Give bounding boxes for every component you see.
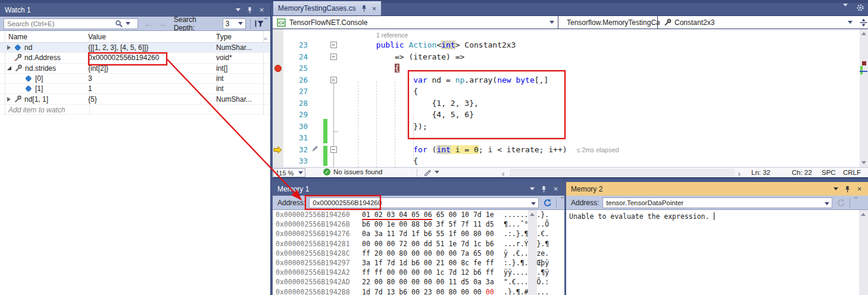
code-text[interactable]: }); (339, 122, 427, 131)
scroll-up-icon[interactable] (530, 213, 535, 216)
code-line[interactable]: 23− public Action<int> Constant2x3 (273, 39, 868, 51)
watch-row[interactable]: nd{[[1, 2, 3], [4, 5, 6]]}NumShar... (0, 43, 270, 53)
line-outline-margin[interactable]: − (328, 77, 339, 83)
address-input[interactable] (603, 199, 822, 206)
line-outline-margin[interactable]: − (328, 54, 339, 60)
refresh-icon[interactable] (542, 198, 552, 208)
code-line[interactable]: 29 {4, 5, 6} (273, 109, 868, 121)
expander-collapsed-icon[interactable] (7, 45, 11, 50)
code-text[interactable]: { (339, 87, 418, 96)
project-dropdown[interactable]: C# TensorFlowNET.Console (273, 16, 558, 29)
hscroll-right-icon[interactable] (738, 171, 741, 178)
tab-pin-icon[interactable] (361, 5, 367, 12)
close-icon[interactable]: × (551, 184, 561, 193)
add-watch-item-row[interactable]: Add item to watch (0, 105, 270, 115)
tab-close-icon[interactable]: × (372, 4, 377, 13)
column-header-value[interactable]: Value (85, 31, 213, 42)
watch-search-box[interactable] (4, 18, 138, 29)
window-position-icon[interactable] (830, 184, 841, 193)
tab-list-chevron-icon[interactable] (843, 4, 848, 7)
code-line[interactable]: 30 }); (273, 121, 868, 133)
member-dropdown[interactable]: Constant2x3 (660, 16, 856, 29)
address-chevron-icon[interactable] (531, 202, 536, 205)
memory-bytes[interactable]: ff ff 00 00 00 00 1c 7d 12 b6 ff (362, 268, 499, 277)
watch-value-cell[interactable]: 3 (85, 74, 213, 83)
class-dropdown[interactable]: Tensorflow.MemoryTestingCases (560, 16, 658, 29)
line-breakpoint-margin[interactable] (273, 155, 283, 167)
code-cleanup-button[interactable] (424, 168, 439, 176)
line-breakpoint-margin[interactable] (273, 86, 283, 98)
pin-icon[interactable] (842, 184, 853, 193)
code-text[interactable]: {1, 2, 3}, (339, 99, 479, 108)
code-line[interactable]: 31 (273, 132, 868, 144)
toolbar-overflow-icon[interactable]: '' (854, 196, 858, 203)
fold-collapse-box[interactable]: − (330, 54, 337, 60)
code-line[interactable]: 26− var nd = np.array(new byte[,] (273, 74, 868, 86)
column-header-type[interactable]: Type (213, 31, 258, 42)
watch-value-cell[interactable]: 1 (85, 84, 213, 93)
breakpoint-icon[interactable] (274, 65, 282, 72)
close-icon[interactable]: × (854, 184, 864, 193)
code-line[interactable]: 24− => (iterate) => (273, 51, 868, 63)
line-breakpoint-margin[interactable] (273, 74, 283, 86)
memory2-titlebar[interactable]: Memory 2 × (566, 182, 868, 196)
memory-bytes[interactable]: b6 00 1e 00 88 b0 3f 5f 7f 11 d5 (362, 220, 499, 228)
memory-bytes[interactable]: 22 00 80 00 00 00 00 11 d5 0a 3a (362, 278, 499, 286)
pin-icon[interactable] (539, 184, 549, 193)
line-breakpoint-margin[interactable] (273, 39, 283, 51)
memory-row[interactable]: 0x000002556B1942760a 3a 11 7d 1f b6 55 1… (273, 229, 564, 238)
line-breakpoint-margin[interactable] (273, 51, 283, 63)
fold-collapse-box[interactable]: − (330, 77, 337, 83)
search-icon[interactable] (115, 20, 123, 28)
memory2-view[interactable]: Unable to evaluate the expression. (566, 210, 868, 295)
code-line[interactable]: 28 {1, 2, 3}, (273, 98, 868, 109)
memory-bytes[interactable]: 1d 7d 13 b6 00 23 00 80 00 00 00 (362, 288, 499, 295)
memory-row[interactable]: 0x000002556B1942973a 1f 7d 1d b6 00 21 0… (273, 258, 564, 268)
code-text[interactable]: { (339, 156, 418, 165)
memory1-hex-view[interactable]: 0x000002556B19426001 02 03 04 05 06 65 0… (273, 210, 564, 295)
line-breakpoint-margin[interactable] (273, 144, 283, 156)
memory1-titlebar[interactable]: Memory 1 × (273, 182, 564, 196)
editor-vertical-scrollbar[interactable] (860, 29, 868, 167)
column-header-name[interactable]: Name (0, 31, 85, 42)
document-tab[interactable]: MemoryTestingCases.cs × (273, 1, 381, 15)
watch-titlebar[interactable]: Watch 1 × (0, 3, 270, 17)
code-text[interactable]: => (iterate) => (339, 52, 464, 61)
search-input[interactable] (4, 20, 115, 27)
gear-icon[interactable] (856, 4, 864, 12)
split-window-icon[interactable] (860, 18, 867, 27)
address-input[interactable] (310, 199, 529, 206)
code-line[interactable]: 33 { (273, 155, 868, 167)
memory-row[interactable]: 0x000002556B19426Bb6 00 1e 00 88 b0 3f 5… (273, 219, 564, 229)
watch-value-cell[interactable]: {int[2]} (85, 64, 213, 73)
memory-row[interactable]: 0x000002556B1942B81d 7d 13 b6 00 23 00 8… (273, 287, 564, 295)
scroll-down-icon[interactable] (861, 161, 866, 164)
memory-bytes[interactable]: 3a 1f 7d 1d b6 00 21 00 8c fe ff (362, 259, 499, 267)
health-indicator[interactable]: ✓ No issues found (323, 168, 382, 175)
hscroll-left-icon[interactable] (501, 171, 504, 178)
memory-bytes[interactable]: 00 00 00 72 00 dd 51 1e 7d 1c b6 (362, 240, 499, 248)
horizontal-scrollbar[interactable] (510, 169, 735, 177)
address-combo[interactable] (602, 197, 832, 208)
memory-bytes[interactable]: 01 02 03 04 05 06 65 00 10 7d 1e (362, 211, 499, 219)
watch-row[interactable]: [0]3int (0, 74, 270, 84)
line-outline-margin[interactable]: − (328, 42, 339, 48)
toolbar-overflow-icon[interactable]: '' (264, 17, 268, 24)
search-forward-icon[interactable]: → (158, 20, 167, 28)
code-text[interactable]: for (int i = 0; i < iterate; i++) ≤ 2ms … (339, 145, 619, 154)
line-outline-margin[interactable]: − (328, 146, 339, 153)
search-options-chevron-icon[interactable] (126, 22, 130, 25)
code-text[interactable]: public Action<int> Constant2x3 (339, 40, 516, 49)
watch-row[interactable]: nd.strides{int[2]}int[] (0, 64, 270, 74)
line-breakpoint-margin[interactable] (273, 121, 283, 133)
toolbar-overflow-icon[interactable]: '' (561, 196, 564, 203)
watch-row[interactable]: nd.Address0x000002556b194260void* (0, 53, 270, 63)
address-combo[interactable] (309, 197, 539, 208)
codelens-references[interactable]: 1 reference (376, 29, 408, 39)
memory1-scrollbar[interactable] (528, 210, 537, 295)
line-breakpoint-margin[interactable] (273, 62, 283, 74)
watch-row[interactable]: [1]1int (0, 84, 270, 94)
line-breakpoint-margin[interactable] (273, 109, 283, 121)
code-line[interactable]: 25 { (273, 62, 868, 74)
address-chevron-icon[interactable] (825, 202, 829, 205)
